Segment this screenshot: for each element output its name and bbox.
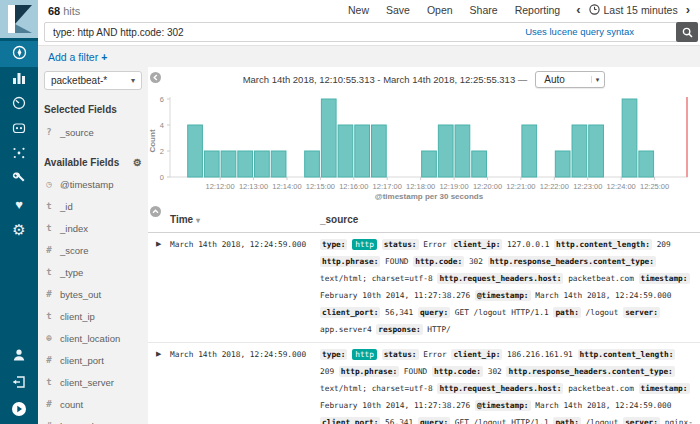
field-item-_score[interactable]: #_score — [44, 239, 142, 261]
field-label-chip: timestamp: — [639, 383, 690, 394]
svg-text:12:20:00: 12:20:00 — [473, 182, 502, 191]
field-settings-gear-icon[interactable]: ⚙ — [133, 157, 142, 168]
nav-link-open[interactable]: Open — [427, 4, 453, 16]
field-item-_id[interactable]: t_id — [44, 195, 142, 217]
histogram-bar[interactable] — [572, 125, 587, 177]
field-value: FOUND — [404, 367, 427, 376]
rail-machine-learning[interactable] — [0, 142, 38, 167]
text-field-type-icon: t — [44, 201, 54, 211]
rail-monitoring[interactable]: ♥ — [0, 192, 38, 217]
rail-collapse-nav[interactable] — [0, 397, 38, 424]
field-item-bytes_out[interactable]: #bytes_out — [44, 283, 142, 305]
field-item-client_location[interactable]: ⊕client_location — [44, 327, 142, 349]
rail-management[interactable]: ⚙ — [0, 217, 38, 242]
field-item-_source[interactable]: ?_source — [44, 121, 142, 143]
field-label-chip: client_port: — [320, 417, 380, 424]
sort-caret-icon: ▾ — [196, 216, 200, 225]
hits-histogram[interactable]: 024612:12:0012:13:0012:14:0012:15:0012:1… — [148, 91, 696, 203]
histogram-bar[interactable] — [355, 125, 370, 177]
histogram-bar[interactable] — [188, 125, 203, 177]
column-header-source: _source — [320, 214, 358, 225]
histogram-bar[interactable] — [422, 151, 437, 177]
svg-text:0: 0 — [160, 173, 164, 182]
histogram-bar[interactable] — [372, 125, 387, 177]
nav-link-new[interactable]: New — [348, 4, 369, 16]
field-name: client_location — [60, 333, 120, 344]
field-item-_index[interactable]: t_index — [44, 217, 142, 239]
histogram-bar[interactable] — [204, 151, 219, 177]
rail-discover[interactable] — [0, 41, 38, 67]
time-next-button[interactable]: › — [686, 3, 690, 16]
field-label-chip: server: — [623, 307, 660, 318]
number-field-type-icon: # — [44, 289, 54, 299]
histogram-bar[interactable] — [522, 125, 537, 177]
doc-source-cell: type: http status: Error client_ip: 186.… — [320, 346, 694, 424]
field-name: client_server — [60, 377, 114, 388]
document-rows: ▶March 14th 2018, 12:24:59.000type: http… — [148, 233, 700, 424]
field-label-chip: http.content_length: — [578, 349, 676, 360]
field-name: _score — [60, 245, 89, 256]
field-item-count[interactable]: #count — [44, 393, 142, 415]
x-axis-label: @timestamp per 30 seconds — [375, 192, 484, 201]
app-rail: ♥ ⚙ — [0, 0, 38, 424]
histogram-bar[interactable] — [472, 151, 487, 177]
histogram-bar[interactable] — [555, 151, 570, 177]
histogram-bar[interactable] — [321, 99, 336, 177]
doc-time-cell: March 14th 2018, 12:24:59.000 — [170, 346, 320, 424]
field-item-client_ip[interactable]: tclient_ip — [44, 305, 142, 327]
rail-dashboard[interactable] — [0, 92, 38, 117]
field-value: Error — [423, 240, 446, 249]
rail-timelion[interactable] — [0, 117, 38, 142]
lucene-syntax-link[interactable]: Uses lucene query syntax — [525, 26, 634, 37]
rail-user-account[interactable] — [0, 343, 38, 370]
index-pattern-select[interactable]: packetbeat-* ▾ — [44, 71, 142, 90]
clock-field-type-icon: ◷ — [44, 179, 54, 189]
field-label-chip: path: — [553, 307, 580, 318]
field-value: 127.0.0.1 — [507, 240, 549, 249]
field-item-@timestamp[interactable]: ◷@timestamp — [44, 173, 142, 195]
histogram-bar[interactable] — [622, 99, 637, 177]
field-value: 209 — [657, 240, 671, 249]
nav-link-share[interactable]: Share — [470, 4, 498, 16]
query-bar: Uses lucene query syntax — [38, 19, 700, 45]
field-value: 302 — [469, 257, 483, 266]
histogram-bar[interactable] — [589, 125, 604, 177]
rail-dev-tools[interactable] — [0, 167, 38, 192]
time-prev-button[interactable]: ‹ — [576, 3, 580, 16]
field-value: February 10th 2014, 11:27:38.276 — [320, 291, 470, 300]
field-item-_type[interactable]: t_type — [44, 261, 142, 283]
y-axis-label: Count — [148, 129, 157, 152]
time-range-button[interactable]: Last 15 minutes — [589, 4, 678, 16]
available-fields-list: ◷@timestampt_idt_index#_scoret_type#byte… — [44, 173, 142, 424]
rail-visualize[interactable] — [0, 67, 38, 92]
nav-link-save[interactable]: Save — [386, 4, 410, 16]
histogram-bar[interactable] — [338, 125, 353, 177]
histogram-bar[interactable] — [255, 151, 270, 177]
field-item-client_port[interactable]: #client_port — [44, 349, 142, 371]
search-button[interactable] — [676, 22, 698, 42]
field-value: GET /logout HTTP/1.1 — [455, 418, 549, 424]
column-header-time[interactable]: Time ▾ — [170, 214, 200, 225]
histogram-bar[interactable] — [639, 151, 654, 177]
expand-row-button[interactable]: ▶ — [156, 240, 170, 338]
field-item-client_server[interactable]: tclient_server — [44, 371, 142, 393]
histogram-bar[interactable] — [271, 151, 286, 177]
histogram-bar[interactable] — [221, 151, 236, 177]
field-item-http.code[interactable]: #http.code — [44, 415, 142, 424]
expand-row-button[interactable]: ▶ — [156, 350, 170, 424]
field-label-chip: query: — [418, 307, 450, 318]
available-fields-heading: Available Fields ⚙ — [44, 157, 142, 168]
svg-text:12:18:00: 12:18:00 — [406, 182, 435, 191]
interval-select[interactable]: Auto ▾ — [535, 71, 605, 88]
bar-chart-icon — [12, 71, 26, 89]
rail-logout[interactable] — [0, 370, 38, 397]
nav-link-reporting[interactable]: Reporting — [515, 4, 561, 16]
doc-row: ▶March 14th 2018, 12:24:59.000type: http… — [148, 343, 700, 424]
histogram-bar[interactable] — [438, 125, 453, 177]
histogram-bar[interactable] — [305, 151, 320, 177]
histogram-bar[interactable] — [455, 125, 470, 177]
histogram-bar[interactable] — [238, 151, 253, 177]
field-value: HTTP/ — [427, 325, 450, 334]
add-filter-button[interactable]: Add a filter+ — [48, 51, 107, 63]
kibana-logo[interactable] — [0, 0, 38, 38]
